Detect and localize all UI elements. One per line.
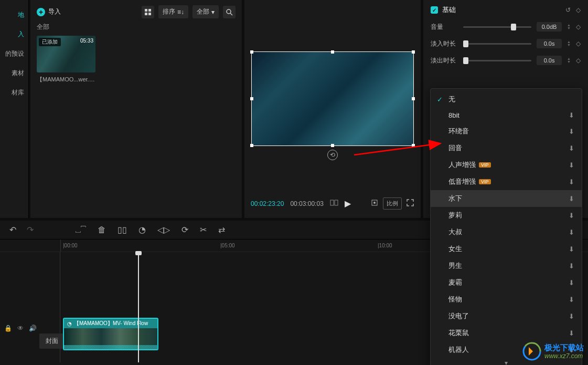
resize-handle[interactable] [331,144,334,147]
speed-icon[interactable]: ◔ [138,225,146,235]
effect-item[interactable]: 没电了⬇ [431,308,582,325]
vip-badge: VIP [479,162,491,168]
redo-icon[interactable]: ↷ [27,225,34,235]
timeline-clip[interactable]: ◔ 【MAMAMOO】MV- Wind Flow [63,318,158,350]
category-all[interactable]: 全部 [37,23,236,32]
effect-item[interactable]: 男生⬇ [431,257,582,274]
import-button[interactable]: + 导入 [37,7,61,16]
resize-handle[interactable] [250,97,253,100]
effect-label: 大叔 [448,227,462,237]
grid-view-icon[interactable] [142,6,154,18]
effect-item[interactable]: 女生⬇ [431,241,582,257]
volume-stepper[interactable]: ▲▼ [567,24,571,30]
sidebar-item-0[interactable]: 地 [0,5,28,25]
fade-out-stepper[interactable]: ▲▼ [567,57,571,64]
download-icon[interactable]: ⬇ [569,178,574,186]
resize-handle[interactable] [331,50,334,54]
download-icon[interactable]: ⬇ [569,245,574,253]
fade-out-slider[interactable] [463,60,531,61]
reset-icon[interactable]: ↺ [565,6,571,14]
frame-icon[interactable]: ▯▯ [117,225,127,235]
fade-in-slider[interactable] [463,43,531,45]
left-sidebar: 地 入 的预设 素材 材库 [0,0,29,218]
volume-row: 音量 0.0dB ▲▼ ◇ [431,22,581,32]
effect-item[interactable]: 回音⬇ [431,140,582,157]
reverse-icon[interactable]: ⇄ [218,225,225,235]
effect-item[interactable]: 水下⬇ [431,190,582,207]
crop-icon[interactable] [370,199,379,208]
media-thumb[interactable]: 已添加 05:33 【MAMAMOO...wer.mp4 [37,36,95,84]
rotate-handle[interactable]: ⟲ [327,150,338,160]
sidebar-item-1[interactable]: 入 [0,25,28,44]
download-icon[interactable]: ⬇ [569,128,574,135]
search-icon[interactable] [223,6,236,18]
fullscreen-icon[interactable] [406,199,414,208]
download-icon[interactable]: ⬇ [569,161,574,169]
effect-item[interactable]: 麦霸⬇ [431,274,582,291]
ratio-button[interactable]: 比例 [383,197,402,210]
download-icon[interactable]: ⬇ [569,312,574,320]
crop-icon[interactable]: ✂ [200,225,207,235]
keyframe-icon[interactable]: ◇ [576,6,581,14]
effect-item[interactable]: 大叔⬇ [431,224,582,241]
keyframe-icon[interactable]: ◇ [576,23,581,30]
undo-icon[interactable]: ↶ [9,225,16,235]
current-time: 00:02:23:20 [251,200,284,207]
fade-out-label: 淡出时长 [431,56,458,65]
sidebar-item-4[interactable]: 材库 [0,83,28,102]
download-icon[interactable]: ⬇ [569,329,574,337]
fade-in-stepper[interactable]: ▲▼ [567,40,571,47]
play-button[interactable]: ▶ [345,199,351,208]
eye-icon[interactable]: 👁 [17,325,24,332]
keyframe-icon[interactable]: ◇ [576,57,581,64]
filter-button[interactable]: 全部 ▾ [193,5,219,18]
resize-handle[interactable] [412,50,415,54]
mute-icon[interactable]: 🔊 [29,325,37,332]
download-icon[interactable]: ⬇ [569,111,574,119]
mirror-icon[interactable]: ◁▷ [157,225,170,235]
lock-icon[interactable]: 🔒 [4,325,12,332]
download-icon[interactable]: ⬇ [569,144,574,152]
delete-icon[interactable]: 🗑 [98,225,106,235]
effect-item[interactable]: 怪物⬇ [431,291,582,308]
check-icon[interactable]: ✓ [431,6,438,14]
resize-handle[interactable] [250,50,253,54]
volume-slider[interactable] [463,26,531,28]
download-icon[interactable]: ⬇ [569,262,574,270]
preview-canvas[interactable]: ⟲ [249,4,416,193]
volume-value[interactable]: 0.0dB [537,22,562,32]
resize-handle[interactable] [412,144,415,147]
svg-rect-3 [148,13,151,15]
split-icon[interactable]: ⎵⎴ [76,225,86,235]
preview-panel: ⟲ 00:02:23:20 00:03:00:03 ▶ 比例 [244,0,421,218]
sort-button[interactable]: 排序 ≡↓ [158,5,188,18]
effect-item[interactable]: 花栗鼠⬇ [431,325,582,341]
effect-label: 女生 [448,244,462,254]
download-icon[interactable]: ⬇ [569,228,574,236]
playhead[interactable] [138,252,139,362]
download-icon[interactable]: ⬇ [569,195,574,203]
resize-handle[interactable] [412,97,415,100]
download-icon[interactable]: ⬇ [569,279,574,287]
fade-in-value[interactable]: 0.0s [537,39,562,48]
download-icon[interactable]: ⬇ [569,212,574,220]
effect-item[interactable]: 人声增强VIP⬇ [431,157,582,173]
effect-item[interactable]: 8bit⬇ [431,108,582,123]
effect-item[interactable]: 萝莉⬇ [431,207,582,224]
effect-label: 低音增强 [448,177,476,186]
resize-handle[interactable] [250,144,253,147]
fade-out-row: 淡出时长 0.0s ▲▼ ◇ [431,56,581,65]
keyframe-icon[interactable]: ◇ [576,40,581,47]
cover-button[interactable]: 封面 [39,333,65,349]
effect-item[interactable]: 环绕音⬇ [431,123,582,140]
effect-item[interactable]: 无 [431,91,582,108]
effect-item[interactable]: 低音增强VIP⬇ [431,173,582,190]
rotate-icon[interactable]: ⟳ [181,225,188,235]
effect-label: 花栗鼠 [448,328,469,338]
compare-icon[interactable] [330,199,338,208]
sidebar-item-3[interactable]: 素材 [0,64,28,83]
video-frame[interactable]: ⟲ [251,51,414,146]
download-icon[interactable]: ⬇ [569,296,574,304]
fade-out-value[interactable]: 0.0s [537,56,562,65]
sidebar-item-2[interactable]: 的预设 [0,44,28,64]
